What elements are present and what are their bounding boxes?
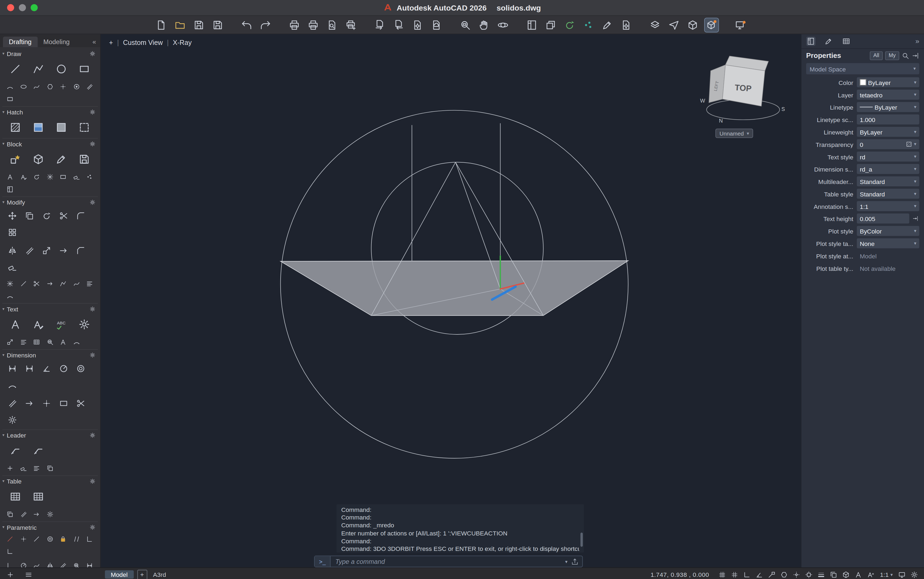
- export-button[interactable]: [392, 18, 406, 31]
- section-header-draw[interactable]: ▾Draw: [2, 48, 98, 59]
- refresh-button[interactable]: [563, 18, 576, 31]
- object-snap-tracking-button[interactable]: [792, 569, 802, 579]
- block-editor-button[interactable]: [57, 170, 70, 183]
- prop-value-field[interactable]: 0.005: [857, 213, 909, 224]
- mirror-button[interactable]: [3, 242, 21, 259]
- radius-dimension-button[interactable]: [55, 360, 72, 377]
- prop-value-field[interactable]: 0▾: [857, 139, 919, 149]
- drawing-recovery-button[interactable]: [734, 18, 747, 31]
- new-layout-button[interactable]: +: [137, 569, 147, 579]
- tab-layout-a3rd[interactable]: A3rd: [153, 571, 166, 578]
- section-header-block[interactable]: ▾Block: [2, 138, 98, 149]
- grid-display-button[interactable]: [717, 569, 727, 579]
- insert-field-button[interactable]: [30, 335, 43, 348]
- prop-value-field[interactable]: Standard▾: [857, 189, 919, 199]
- boundary-button[interactable]: [72, 118, 95, 137]
- point-button[interactable]: [57, 80, 70, 93]
- count-button[interactable]: [83, 170, 96, 183]
- purge-button[interactable]: [70, 170, 83, 183]
- equal-button[interactable]: [57, 559, 70, 568]
- prop-value-field[interactable]: rd_a▾: [857, 164, 919, 174]
- isometric-drafting-button[interactable]: [779, 569, 789, 579]
- panel-more-icon[interactable]: »: [915, 37, 919, 46]
- text-settings-button[interactable]: [88, 305, 97, 313]
- table-settings-button[interactable]: [88, 477, 97, 485]
- center-mark-button[interactable]: [38, 395, 55, 412]
- compass-north-label[interactable]: N: [719, 118, 723, 124]
- baseline-dimension-button[interactable]: [3, 395, 21, 412]
- horizontal-button[interactable]: [3, 545, 17, 557]
- compass-south-label[interactable]: S: [781, 106, 785, 112]
- quick-plot-button[interactable]: [306, 18, 320, 31]
- hatch-settings-button[interactable]: [88, 108, 97, 116]
- erase-button[interactable]: [3, 259, 21, 275]
- remove-leader-button[interactable]: [17, 462, 30, 474]
- tab-model[interactable]: Model: [105, 570, 134, 579]
- continue-dimension-button[interactable]: [21, 395, 37, 412]
- construction-line-button[interactable]: [83, 80, 96, 93]
- stretch-button[interactable]: [55, 242, 72, 259]
- filter-my-button[interactable]: My: [885, 51, 899, 60]
- share-drawing-button[interactable]: [667, 18, 681, 31]
- extract-data-button[interactable]: [3, 508, 17, 520]
- layer-properties-button[interactable]: [648, 18, 662, 31]
- zoom-button[interactable]: [31, 4, 37, 11]
- selection-cycling-button[interactable]: [829, 569, 839, 579]
- prop-value-field[interactable]: None▾: [857, 238, 919, 249]
- tool-palettes-button[interactable]: [525, 18, 538, 31]
- hatch-button[interactable]: [3, 118, 26, 137]
- plot-button[interactable]: [288, 18, 301, 31]
- command-placeholder[interactable]: Type a command: [331, 558, 565, 565]
- page-setup-button[interactable]: [411, 18, 424, 31]
- prop-value-field[interactable]: ByLayer▾: [857, 102, 919, 112]
- export-table-button[interactable]: [30, 508, 43, 520]
- edit-table-button[interactable]: [26, 486, 49, 506]
- spline-button[interactable]: [30, 80, 43, 93]
- fix-constraint-button[interactable]: [57, 532, 70, 545]
- object-snap-button[interactable]: [804, 569, 814, 579]
- etransmit-button[interactable]: [430, 18, 443, 31]
- action-recorder-button[interactable]: [619, 18, 633, 31]
- visual-styles-button[interactable]: [705, 18, 718, 31]
- section-header-hatch[interactable]: ▾Hatch: [2, 106, 98, 117]
- customization-button[interactable]: [909, 569, 919, 579]
- manage-blocks-button[interactable]: [3, 183, 17, 195]
- edit-spline-button[interactable]: [70, 277, 83, 290]
- tab-modeling[interactable]: Modeling: [37, 36, 75, 47]
- region-button[interactable]: [3, 93, 17, 105]
- edit-polyline-button[interactable]: [57, 277, 70, 290]
- blend-curves-button[interactable]: [3, 290, 17, 302]
- block-settings-button[interactable]: [88, 140, 97, 148]
- section-header-modify[interactable]: ▾Modify: [2, 196, 98, 207]
- section-header-leader[interactable]: ▾Leader: [2, 429, 98, 440]
- command-scrollbar[interactable]: [580, 532, 583, 546]
- align-leaders-button[interactable]: [30, 462, 43, 474]
- trim-button[interactable]: [55, 208, 72, 224]
- pan-button[interactable]: [477, 18, 491, 31]
- collinear-button[interactable]: [30, 532, 43, 545]
- perpendicular-button[interactable]: [83, 532, 96, 545]
- autoscale-annotation-button[interactable]: [866, 569, 876, 579]
- move-button[interactable]: [3, 208, 21, 224]
- rotate-button[interactable]: [38, 208, 55, 224]
- prop-value-field[interactable]: 1:1▾: [857, 201, 919, 211]
- multiline-text-button[interactable]: [3, 314, 26, 334]
- prop-value-field[interactable]: rd▾: [857, 152, 919, 162]
- parallel-button[interactable]: [70, 532, 83, 545]
- undo-button[interactable]: [240, 18, 253, 31]
- recent-commands-icon[interactable]: ▾: [565, 559, 567, 564]
- text-style-button[interactable]: [72, 314, 95, 334]
- dimensional-constraint-button[interactable]: [83, 559, 96, 568]
- minimize-button[interactable]: [19, 4, 26, 11]
- named-view-dropdown[interactable]: Unnamed ▾: [715, 129, 753, 138]
- open-drawing-button[interactable]: [173, 18, 187, 31]
- compass-west-label[interactable]: W: [700, 98, 705, 104]
- section-header-parametric[interactable]: ▾Parametric: [2, 522, 98, 532]
- circle-button[interactable]: [49, 59, 72, 79]
- section-header-dimension[interactable]: ▾Dimension: [2, 349, 98, 360]
- annotation-visibility-button[interactable]: [854, 569, 864, 579]
- palette-collapse-icon[interactable]: «: [88, 38, 100, 47]
- tool-palette-tab-button[interactable]: [824, 36, 833, 46]
- dynamic-input-button[interactable]: [767, 569, 777, 579]
- section-header-text[interactable]: ▾Text: [2, 303, 98, 314]
